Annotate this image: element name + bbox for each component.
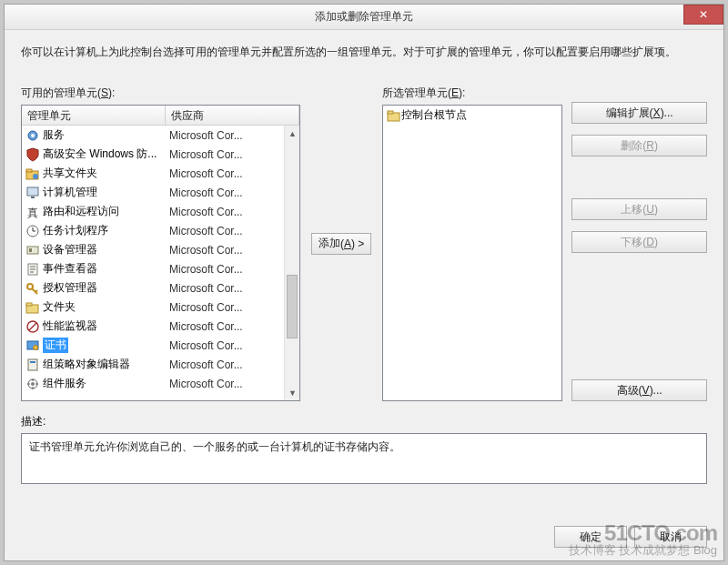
item-vendor: Microsoft Cor... [166, 206, 284, 218]
move-down-button[interactable]: 下移(D) [571, 231, 707, 253]
folder-icon [387, 108, 401, 123]
event-icon [25, 262, 40, 277]
intro-text: 你可以在计算机上为此控制台选择可用的管理单元并配置所选的一组管理单元。对于可扩展… [21, 45, 707, 60]
window-title: 添加或删除管理单元 [315, 9, 413, 25]
footer: 确定 取消 [5, 517, 723, 560]
title-bar: 添加或删除管理单元 ✕ [5, 5, 723, 30]
item-vendor: Microsoft Cor... [166, 225, 284, 237]
available-item[interactable]: 组策略对象编辑器Microsoft Cor... [22, 355, 284, 374]
device-icon [25, 243, 40, 257]
svg-rect-14 [26, 303, 32, 306]
shield-icon [25, 147, 40, 162]
item-name: 组件服务 [43, 376, 86, 391]
item-vendor: Microsoft Cor... [166, 282, 284, 295]
available-item[interactable]: 授权管理器Microsoft Cor... [22, 278, 284, 298]
available-item[interactable]: 组件服务Microsoft Cor... [22, 374, 284, 393]
policy-icon [25, 358, 40, 372]
available-listbox[interactable]: 管理单元 供应商 服务Microsoft Cor...高级安全 Windows … [21, 105, 300, 401]
selected-item[interactable]: 控制台根节点 [383, 106, 561, 125]
svg-text:真: 真 [27, 207, 38, 219]
list-header: 管理单元 供应商 [22, 106, 299, 126]
available-item[interactable]: 计算机管理Microsoft Cor... [22, 183, 284, 202]
available-item[interactable]: 文件夹Microsoft Cor... [22, 298, 284, 317]
svg-rect-3 [26, 169, 32, 172]
component-icon [25, 377, 40, 391]
content-area: 你可以在计算机上为此控制台选择可用的管理单元并配置所选的一组管理单元。对于可扩展… [5, 30, 723, 517]
available-item[interactable]: 设备管理器Microsoft Cor... [22, 240, 284, 259]
svg-rect-9 [27, 247, 38, 254]
item-vendor: Microsoft Cor... [166, 339, 284, 352]
item-name: 设备管理器 [43, 242, 97, 257]
available-label: 可用的管理单元(S): [21, 86, 300, 101]
close-button[interactable]: ✕ [683, 5, 723, 25]
router-icon: 真 [25, 205, 40, 219]
item-vendor: Microsoft Cor... [166, 148, 284, 161]
available-item[interactable]: 高级安全 Windows 防...Microsoft Cor... [22, 145, 284, 164]
svg-point-17 [34, 345, 38, 349]
gear-blue-icon [25, 128, 40, 143]
svg-rect-18 [28, 359, 37, 370]
scroll-down-icon[interactable]: ▼ [285, 385, 299, 400]
dialog-window: 添加或删除管理单元 ✕ 你可以在计算机上为此控制台选择可用的管理单元并配置所选的… [4, 4, 724, 561]
svg-rect-10 [29, 248, 32, 252]
item-name: 性能监视器 [43, 318, 97, 334]
available-item[interactable]: 证书Microsoft Cor... [22, 336, 284, 355]
description-box: 证书管理单元允许你浏览自己的、一个服务的或一台计算机的证书存储内容。 [21, 433, 707, 484]
move-up-button[interactable]: 上移(U) [571, 198, 707, 220]
col-header-vendor[interactable]: 供应商 [166, 106, 299, 125]
description-label: 描述: [21, 414, 707, 429]
svg-point-1 [31, 134, 35, 137]
available-item[interactable]: 共享文件夹Microsoft Cor... [22, 164, 284, 183]
ok-button[interactable]: 确定 [554, 526, 627, 548]
item-vendor: Microsoft Cor... [166, 378, 284, 390]
item-name: 证书 [43, 338, 68, 353]
advanced-button[interactable]: 高级(V)... [571, 379, 707, 401]
item-name: 事件查看器 [43, 261, 97, 277]
add-button[interactable]: 添加(A) > [311, 233, 371, 255]
scroll-thumb[interactable] [287, 275, 298, 338]
item-name: 控制台根节点 [401, 107, 467, 123]
item-name: 计算机管理 [43, 185, 97, 200]
svg-rect-19 [30, 361, 35, 363]
item-name: 任务计划程序 [43, 223, 108, 238]
item-vendor: Microsoft Cor... [166, 263, 284, 276]
selected-listbox[interactable]: 控制台根节点 [382, 105, 562, 401]
svg-point-21 [31, 382, 35, 386]
available-item[interactable]: 任务计划程序Microsoft Cor... [22, 221, 284, 240]
item-vendor: Microsoft Cor... [166, 301, 284, 314]
perf-icon [25, 319, 40, 334]
available-item[interactable]: 服务Microsoft Cor... [22, 126, 284, 145]
item-name: 共享文件夹 [43, 166, 97, 181]
available-item[interactable]: 真路由和远程访问Microsoft Cor... [22, 202, 284, 221]
scroll-up-icon[interactable]: ▲ [285, 126, 299, 141]
clock-icon [25, 224, 40, 238]
item-name: 路由和远程访问 [43, 204, 119, 219]
scroll-track[interactable] [285, 141, 299, 385]
cert-icon [25, 338, 40, 353]
available-item[interactable]: 性能监视器Microsoft Cor... [22, 317, 284, 336]
item-name: 组策略对象编辑器 [43, 357, 130, 372]
folder-icon [25, 300, 40, 315]
item-name: 文件夹 [43, 299, 76, 315]
item-name: 高级安全 Windows 防... [43, 146, 157, 162]
svg-rect-6 [31, 197, 35, 198]
cancel-button[interactable]: 取消 [634, 526, 707, 548]
edit-extensions-button[interactable]: 编辑扩展(X)... [571, 102, 707, 124]
item-name: 服务 [43, 127, 65, 143]
item-vendor: Microsoft Cor... [166, 187, 284, 199]
key-icon [25, 281, 40, 296]
close-icon: ✕ [699, 8, 708, 21]
svg-rect-23 [388, 111, 393, 114]
monitor-icon [25, 186, 40, 200]
svg-point-4 [33, 174, 38, 179]
item-vendor: Microsoft Cor... [166, 320, 284, 333]
item-name: 授权管理器 [43, 280, 97, 296]
scrollbar[interactable]: ▲ ▼ [284, 126, 299, 400]
available-item[interactable]: 事件查看器Microsoft Cor... [22, 259, 284, 278]
selected-label: 所选管理单元(E): [382, 86, 562, 101]
svg-rect-5 [27, 187, 38, 196]
item-vendor: Microsoft Cor... [166, 244, 284, 257]
col-header-name[interactable]: 管理单元 [22, 106, 166, 125]
remove-button[interactable]: 删除(R) [571, 135, 707, 156]
folder-share-icon [25, 166, 40, 181]
